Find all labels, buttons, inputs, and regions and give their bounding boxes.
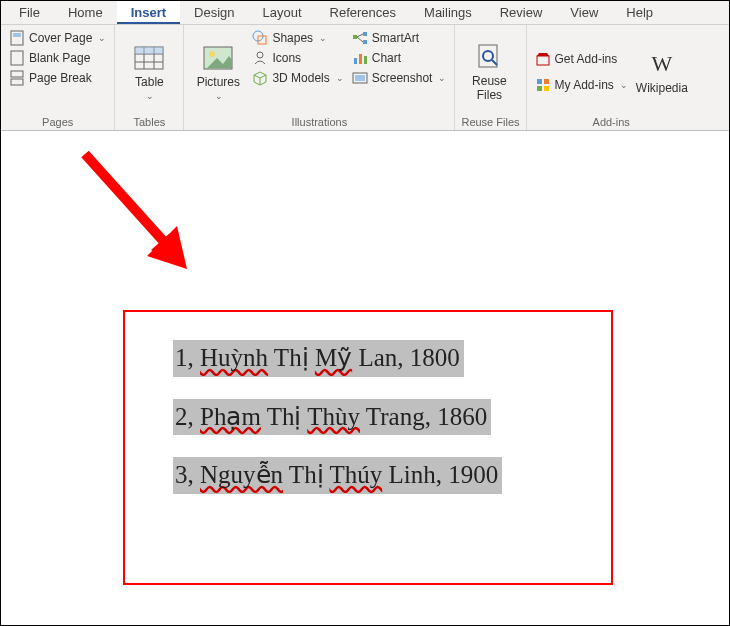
cmd-label: Screenshot bbox=[372, 71, 433, 85]
group-reuse: Reuse Files Reuse Files bbox=[455, 25, 526, 130]
shapes-icon bbox=[252, 30, 268, 46]
svg-marker-34 bbox=[537, 53, 549, 56]
cmd-label: Chart bbox=[372, 51, 401, 65]
chevron-down-icon: ⌄ bbox=[98, 33, 106, 43]
group-label: Pages bbox=[7, 114, 108, 128]
svg-line-40 bbox=[85, 154, 175, 254]
svg-rect-36 bbox=[544, 79, 549, 84]
icons-icon bbox=[252, 50, 268, 66]
group-label: Reuse Files bbox=[461, 114, 519, 128]
svg-line-24 bbox=[357, 37, 363, 42]
tab-mailings[interactable]: Mailings bbox=[410, 1, 486, 24]
picture-icon bbox=[202, 42, 234, 74]
selection-highlight-box: 1, Huỳnh Thị Mỹ Lan, 18002, Phạm Thị Thù… bbox=[123, 310, 613, 585]
cmd-label: Reuse Files bbox=[472, 75, 507, 101]
chevron-down-icon: ⌄ bbox=[438, 73, 446, 83]
svg-point-15 bbox=[257, 52, 263, 58]
svg-rect-2 bbox=[11, 51, 23, 65]
svg-rect-26 bbox=[359, 54, 362, 64]
svg-rect-37 bbox=[537, 86, 542, 91]
cmd-label: SmartArt bbox=[372, 31, 419, 45]
chart-icon bbox=[352, 50, 368, 66]
svg-line-23 bbox=[357, 34, 363, 37]
svg-rect-25 bbox=[354, 58, 357, 64]
group-pages: Cover Page ⌄ Blank Page Page Break Page bbox=[1, 25, 115, 130]
shapes-button[interactable]: Shapes ⌄ bbox=[250, 29, 345, 47]
svg-rect-35 bbox=[537, 79, 542, 84]
addins-icon bbox=[535, 77, 551, 93]
ribbon: Cover Page ⌄ Blank Page Page Break Page bbox=[1, 25, 729, 131]
svg-rect-1 bbox=[13, 33, 21, 37]
cmd-label: My Add-ins bbox=[555, 78, 614, 92]
cmd-label: Blank Page bbox=[29, 51, 90, 65]
selected-text-line[interactable]: 3, Nguyễn Thị Thúy Linh, 1900 bbox=[173, 457, 502, 494]
svg-rect-14 bbox=[258, 36, 266, 44]
reuse-icon bbox=[473, 41, 505, 73]
table-icon bbox=[133, 42, 165, 74]
chevron-down-icon: ⌄ bbox=[620, 80, 628, 90]
reuse-files-button[interactable]: Reuse Files bbox=[461, 29, 517, 114]
selected-text-line[interactable]: 1, Huỳnh Thị Mỹ Lan, 1800 bbox=[173, 340, 464, 377]
tab-file[interactable]: File bbox=[5, 1, 54, 24]
group-illustrations: Pictures ⌄ Shapes ⌄ Icons bbox=[184, 25, 455, 130]
group-label: Tables bbox=[121, 114, 177, 128]
blank-page-button[interactable]: Blank Page bbox=[7, 49, 108, 67]
page-break-icon bbox=[9, 70, 25, 86]
svg-marker-42 bbox=[147, 226, 187, 269]
svg-line-32 bbox=[492, 60, 497, 65]
smartart-icon bbox=[352, 30, 368, 46]
page-break-button[interactable]: Page Break bbox=[7, 69, 108, 87]
svg-rect-10 bbox=[135, 47, 163, 54]
svg-line-17 bbox=[254, 75, 260, 78]
arrow-annotation bbox=[75, 144, 215, 284]
icons-button[interactable]: Icons bbox=[250, 49, 345, 67]
cmd-label: Pictures bbox=[197, 76, 240, 89]
wikipedia-button[interactable]: W Wikipedia bbox=[634, 29, 690, 114]
pictures-button[interactable]: Pictures ⌄ bbox=[190, 29, 246, 114]
tab-layout[interactable]: Layout bbox=[249, 1, 316, 24]
wikipedia-icon: W bbox=[646, 48, 678, 80]
svg-rect-3 bbox=[11, 71, 23, 77]
cmd-label: Cover Page bbox=[29, 31, 92, 45]
cmd-label: 3D Models bbox=[272, 71, 329, 85]
svg-rect-33 bbox=[537, 56, 549, 65]
cmd-label: Wikipedia bbox=[636, 82, 688, 95]
document-area[interactable]: 1, Huỳnh Thị Mỹ Lan, 18002, Phạm Thị Thù… bbox=[5, 132, 725, 621]
group-addins: Get Add-ins My Add-ins ⌄ W Wikipedia Add… bbox=[527, 25, 696, 130]
tab-home[interactable]: Home bbox=[54, 1, 117, 24]
tab-insert[interactable]: Insert bbox=[117, 1, 180, 24]
svg-rect-4 bbox=[11, 79, 23, 85]
chevron-down-icon: ⌄ bbox=[215, 91, 223, 101]
chart-button[interactable]: Chart bbox=[350, 49, 449, 67]
chevron-down-icon: ⌄ bbox=[319, 33, 327, 43]
tab-review[interactable]: Review bbox=[486, 1, 557, 24]
3d-models-button[interactable]: 3D Models ⌄ bbox=[250, 69, 345, 87]
tab-design[interactable]: Design bbox=[180, 1, 248, 24]
table-button[interactable]: Table ⌄ bbox=[121, 29, 177, 114]
tab-help[interactable]: Help bbox=[612, 1, 667, 24]
selected-text-line[interactable]: 2, Phạm Thị Thùy Trang, 1860 bbox=[173, 399, 491, 436]
svg-rect-20 bbox=[353, 35, 357, 39]
svg-rect-27 bbox=[364, 56, 367, 64]
tab-references[interactable]: References bbox=[316, 1, 410, 24]
cmd-label: Icons bbox=[272, 51, 301, 65]
svg-rect-22 bbox=[363, 40, 367, 44]
svg-text:W: W bbox=[651, 53, 672, 75]
cover-page-button[interactable]: Cover Page ⌄ bbox=[7, 29, 108, 47]
cmd-label: Table bbox=[135, 76, 164, 89]
screenshot-button[interactable]: Screenshot ⌄ bbox=[350, 69, 449, 87]
tab-view[interactable]: View bbox=[556, 1, 612, 24]
get-addins-button[interactable]: Get Add-ins bbox=[533, 50, 630, 68]
chevron-down-icon: ⌄ bbox=[146, 91, 154, 101]
group-label: Illustrations bbox=[190, 114, 448, 128]
chevron-down-icon: ⌄ bbox=[336, 73, 344, 83]
smartart-button[interactable]: SmartArt bbox=[350, 29, 449, 47]
my-addins-button[interactable]: My Add-ins ⌄ bbox=[533, 76, 630, 94]
cmd-label: Shapes bbox=[272, 31, 313, 45]
ribbon-tabs: File Home Insert Design Layout Reference… bbox=[1, 1, 729, 25]
cube-icon bbox=[252, 70, 268, 86]
cmd-label: Get Add-ins bbox=[555, 52, 618, 66]
cover-page-icon bbox=[9, 30, 25, 46]
group-label: Add-ins bbox=[533, 114, 690, 128]
svg-point-12 bbox=[209, 51, 215, 57]
